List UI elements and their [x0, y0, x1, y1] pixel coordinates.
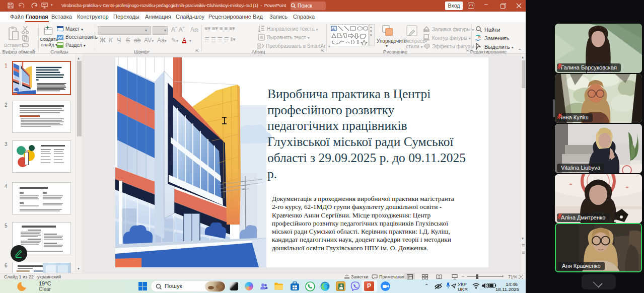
svg-text:A: A [332, 27, 335, 31]
svg-text:b: b [478, 35, 481, 39]
